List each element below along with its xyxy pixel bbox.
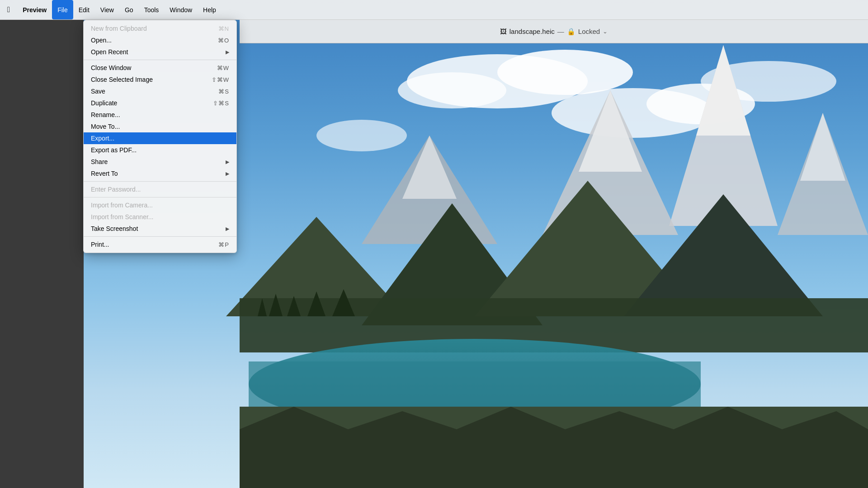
submenu-arrow-revert: ▶ bbox=[226, 171, 229, 177]
menubar-tools[interactable]: Tools bbox=[139, 0, 165, 19]
menu-item-share[interactable]: Share ▶ bbox=[84, 156, 236, 168]
chevron-down-icon[interactable]: ⌄ bbox=[603, 28, 608, 35]
menubar-file[interactable]: File bbox=[52, 0, 73, 19]
menu-separator-3 bbox=[84, 197, 236, 197]
apple-menu[interactable]:  bbox=[0, 0, 17, 19]
menu-item-import-camera[interactable]: Import from Camera... bbox=[84, 199, 236, 211]
menu-separator-1 bbox=[84, 60, 236, 60]
submenu-arrow-share: ▶ bbox=[226, 159, 229, 165]
menu-item-import-scanner[interactable]: Import from Scanner... bbox=[84, 211, 236, 223]
title-separator: — bbox=[557, 28, 564, 35]
file-icon: 🖼 bbox=[500, 28, 507, 35]
menu-item-export-pdf[interactable]: Export as PDF... bbox=[84, 144, 236, 156]
menu-item-duplicate[interactable]: Duplicate ⇧⌘S bbox=[84, 97, 236, 109]
file-dropdown-menu: New from Clipboard ⌘N Open... ⌘O Open Re… bbox=[83, 20, 237, 253]
svg-point-2 bbox=[497, 50, 633, 95]
menubar-window[interactable]: Window bbox=[164, 0, 198, 19]
menu-item-export[interactable]: Export... bbox=[84, 132, 236, 144]
menu-item-open-recent[interactable]: Open Recent ▶ bbox=[84, 46, 236, 58]
menubar-preview[interactable]: Preview bbox=[17, 0, 52, 19]
menu-item-print[interactable]: Print... ⌘P bbox=[84, 239, 236, 250]
menu-item-new-from-clipboard[interactable]: New from Clipboard ⌘N bbox=[84, 23, 236, 34]
menu-separator-4 bbox=[84, 236, 236, 237]
menubar:  Preview File Edit View Go Tools Window… bbox=[0, 0, 868, 20]
menubar-help[interactable]: Help bbox=[198, 0, 222, 19]
titlebar: 🖼 landscape.heic — 🔒 Locked ⌄ bbox=[240, 20, 868, 43]
menu-item-close-selected[interactable]: Close Selected Image ⇧⌘W bbox=[84, 74, 236, 85]
menu-item-enter-password[interactable]: Enter Password... bbox=[84, 183, 236, 195]
menu-item-save[interactable]: Save ⌘S bbox=[84, 85, 236, 97]
file-status: Locked bbox=[578, 28, 600, 35]
menu-item-open[interactable]: Open... ⌘O bbox=[84, 34, 236, 46]
menu-separator-2 bbox=[84, 181, 236, 182]
svg-point-6 bbox=[316, 120, 407, 151]
menu-item-move-to[interactable]: Move To... bbox=[84, 121, 236, 132]
menu-item-rename[interactable]: Rename... bbox=[84, 109, 236, 121]
svg-point-3 bbox=[398, 72, 506, 108]
menubar-view[interactable]: View bbox=[95, 0, 119, 19]
menubar-edit[interactable]: Edit bbox=[73, 0, 95, 19]
menu-item-take-screenshot[interactable]: Take Screenshot ▶ bbox=[84, 223, 236, 235]
sidebar bbox=[0, 20, 84, 488]
menubar-go[interactable]: Go bbox=[119, 0, 139, 19]
submenu-arrow-screenshot: ▶ bbox=[226, 226, 229, 232]
submenu-arrow-open-recent: ▶ bbox=[226, 49, 229, 55]
lock-icon: 🔒 bbox=[567, 28, 576, 36]
filename: landscape.heic bbox=[509, 28, 555, 35]
menu-item-close-window[interactable]: Close Window ⌘W bbox=[84, 62, 236, 74]
menu-item-revert-to[interactable]: Revert To ▶ bbox=[84, 168, 236, 179]
